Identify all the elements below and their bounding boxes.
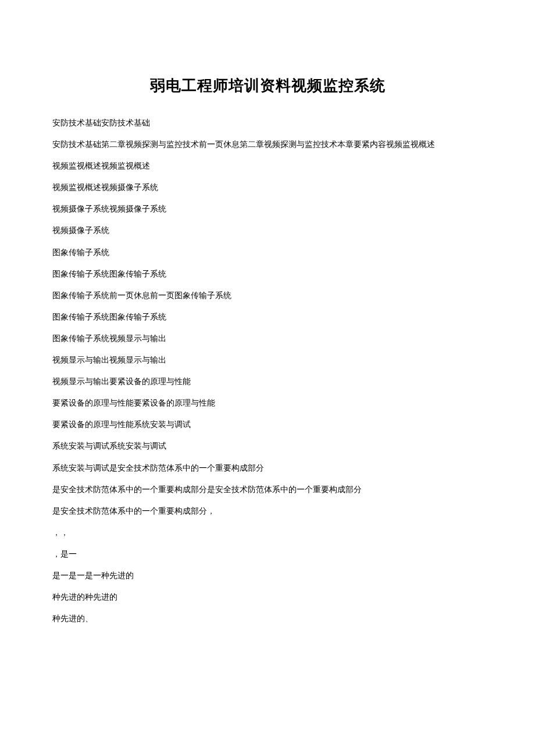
paragraph: 图象传输子系统图象传输子系统 bbox=[52, 310, 483, 324]
paragraph: 系统安装与调试系统安装与调试 bbox=[52, 439, 483, 453]
paragraph: 视频显示与输出要紧设备的原理与性能 bbox=[52, 375, 483, 388]
paragraph: 视频监视概述视频摄像子系统 bbox=[52, 181, 483, 194]
paragraph: 图象传输子系统图象传输子系统 bbox=[52, 267, 483, 281]
paragraph: ，， bbox=[52, 526, 483, 539]
paragraph: 安防技术基础第二章视频探测与监控技术前一页休息第二章视频探测与监控技术本章要紧内… bbox=[52, 138, 483, 151]
paragraph: 要紧设备的原理与性能要紧设备的原理与性能 bbox=[52, 396, 483, 410]
paragraph: 种先进的、 bbox=[52, 612, 483, 625]
paragraph: 安防技术基础安防技术基础 bbox=[52, 116, 483, 130]
paragraph: 系统安装与调试是安全技术防范体系中的一个重要构成部分 bbox=[52, 461, 483, 475]
paragraph: 视频摄像子系统 bbox=[52, 224, 483, 237]
paragraph: 图象传输子系统 bbox=[52, 246, 483, 259]
paragraph: 图象传输子系统视频显示与输出 bbox=[52, 332, 483, 345]
paragraph: ，是一 bbox=[52, 547, 483, 561]
paragraph: 视频显示与输出视频显示与输出 bbox=[52, 353, 483, 367]
document-title: 弱电工程师培训资料视频监控系统 bbox=[52, 76, 483, 96]
paragraph: 图象传输子系统前一页休息前一页图象传输子系统 bbox=[52, 289, 483, 302]
paragraph: 视频监视概述视频监视概述 bbox=[52, 159, 483, 173]
paragraph: 视频摄像子系统视频摄像子系统 bbox=[52, 202, 483, 216]
paragraph: 是安全技术防范体系中的一个重要构成部分是安全技术防范体系中的一个重要构成部分 bbox=[52, 483, 483, 496]
paragraph: 是一是一是一种先进的 bbox=[52, 569, 483, 582]
paragraph: 种先进的种先进的 bbox=[52, 590, 483, 604]
paragraph: 要紧设备的原理与性能系统安装与调试 bbox=[52, 418, 483, 431]
paragraph: 是安全技术防范体系中的一个重要构成部分， bbox=[52, 504, 483, 518]
